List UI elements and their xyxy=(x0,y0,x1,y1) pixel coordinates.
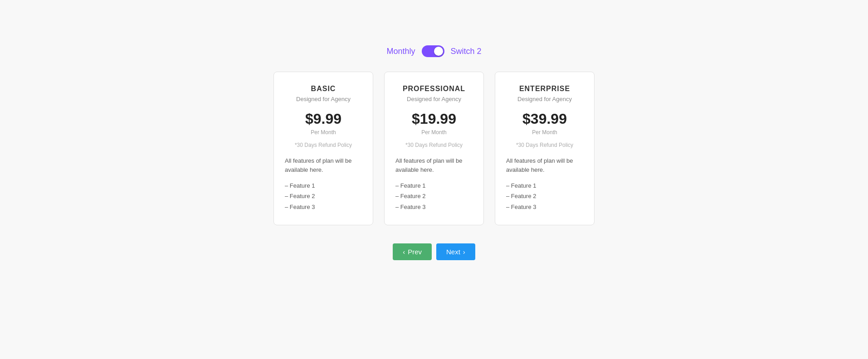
plan-features-desc-professional: All features of plan will be available h… xyxy=(395,156,473,174)
list-item: – Feature 1 xyxy=(285,180,362,191)
plan-card-enterprise: ENTERPRISE Designed for Agency $39.99 Pe… xyxy=(495,72,595,225)
plan-title-professional: PROFESSIONAL xyxy=(395,85,473,93)
plan-refund-enterprise: *30 Days Refund Policy xyxy=(506,142,583,148)
plan-features-list-enterprise: – Feature 1 – Feature 2 – Feature 3 xyxy=(506,180,583,212)
nav-buttons: ‹ Prev Next › xyxy=(393,243,475,260)
list-item: – Feature 1 xyxy=(395,180,473,191)
toggle-switch[interactable] xyxy=(422,45,444,57)
next-icon: › xyxy=(463,248,465,256)
plan-refund-basic: *30 Days Refund Policy xyxy=(285,142,362,148)
list-item: – Feature 2 xyxy=(285,191,362,201)
plan-subtitle-basic: Designed for Agency xyxy=(285,96,362,102)
plan-refund-professional: *30 Days Refund Policy xyxy=(395,142,473,148)
list-item: – Feature 3 xyxy=(285,202,362,212)
monthly-label: Monthly xyxy=(386,47,415,56)
prev-label: Prev xyxy=(408,248,422,256)
cards-row: BASIC Designed for Agency $9.99 Per Mont… xyxy=(273,72,595,225)
list-item: – Feature 3 xyxy=(395,202,473,212)
plan-period-professional: Per Month xyxy=(395,129,473,136)
toggle-row: Monthly Switch 2 xyxy=(386,45,481,57)
plan-features-list-basic: – Feature 1 – Feature 2 – Feature 3 xyxy=(285,180,362,212)
plan-subtitle-professional: Designed for Agency xyxy=(395,96,473,102)
plan-price-professional: $19.99 xyxy=(395,111,473,127)
plan-features-desc-enterprise: All features of plan will be available h… xyxy=(506,156,583,174)
plan-period-enterprise: Per Month xyxy=(506,129,583,136)
next-button[interactable]: Next › xyxy=(436,243,475,260)
plan-card-basic: BASIC Designed for Agency $9.99 Per Mont… xyxy=(273,72,373,225)
toggle-track xyxy=(422,45,444,57)
prev-button[interactable]: ‹ Prev xyxy=(393,243,432,260)
plan-features-desc-basic: All features of plan will be available h… xyxy=(285,156,362,174)
switch2-label: Switch 2 xyxy=(451,47,482,56)
list-item: – Feature 2 xyxy=(395,191,473,201)
plan-card-professional: PROFESSIONAL Designed for Agency $19.99 … xyxy=(384,72,484,225)
next-label: Next xyxy=(446,248,460,256)
plan-title-basic: BASIC xyxy=(285,85,362,93)
plan-price-enterprise: $39.99 xyxy=(506,111,583,127)
plan-title-enterprise: ENTERPRISE xyxy=(506,85,583,93)
list-item: – Feature 2 xyxy=(506,191,583,201)
plan-period-basic: Per Month xyxy=(285,129,362,136)
plan-subtitle-enterprise: Designed for Agency xyxy=(506,96,583,102)
plan-price-basic: $9.99 xyxy=(285,111,362,127)
toggle-thumb xyxy=(434,47,443,56)
main-container: Monthly Switch 2 BASIC Designed for Agen… xyxy=(0,45,868,260)
prev-icon: ‹ xyxy=(403,248,405,256)
list-item: – Feature 3 xyxy=(506,202,583,212)
plan-features-list-professional: – Feature 1 – Feature 2 – Feature 3 xyxy=(395,180,473,212)
list-item: – Feature 1 xyxy=(506,180,583,191)
